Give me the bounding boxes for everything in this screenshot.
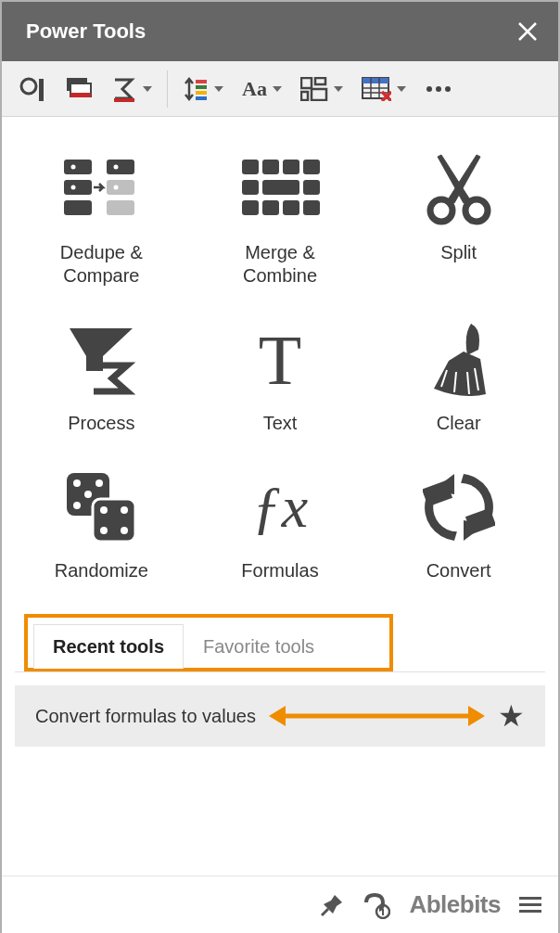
info-icon[interactable] bbox=[363, 891, 390, 919]
svg-rect-15 bbox=[363, 78, 388, 83]
tool-merge-combine[interactable]: Merge &Combine bbox=[194, 154, 367, 288]
svg-rect-28 bbox=[107, 160, 134, 174]
svg-rect-25 bbox=[64, 180, 92, 195]
tool-grid-area: Dedupe &Compare Merge &Combine bbox=[2, 117, 558, 765]
dedupe-icon bbox=[62, 154, 140, 224]
svg-point-54 bbox=[121, 506, 128, 514]
panel-title: Power Tools bbox=[26, 19, 146, 44]
svg-rect-5 bbox=[114, 98, 134, 102]
dice-icon bbox=[63, 472, 139, 543]
annotation-arrow bbox=[271, 712, 483, 720]
svg-rect-30 bbox=[107, 180, 134, 195]
more-button[interactable] bbox=[421, 81, 456, 97]
text-case-icon: Aa bbox=[242, 77, 267, 101]
fx-icon: ƒx bbox=[252, 472, 308, 543]
process-icon bbox=[66, 325, 136, 395]
tool-split[interactable]: Split bbox=[372, 154, 545, 288]
svg-point-26 bbox=[71, 185, 76, 190]
favorite-star-icon[interactable]: ★ bbox=[498, 698, 525, 734]
svg-rect-42 bbox=[283, 200, 299, 215]
layout-button[interactable] bbox=[297, 73, 347, 105]
svg-rect-37 bbox=[242, 180, 259, 195]
tool-label: Dedupe &Compare bbox=[60, 241, 143, 288]
svg-rect-34 bbox=[262, 160, 279, 174]
svg-rect-59 bbox=[382, 909, 384, 915]
svg-point-48 bbox=[95, 479, 103, 487]
tab-favorite-tools[interactable]: Favorite tools bbox=[184, 624, 334, 669]
autosum-button[interactable] bbox=[108, 72, 156, 106]
svg-point-31 bbox=[114, 185, 119, 190]
svg-point-24 bbox=[71, 165, 76, 170]
dropdown-caret-icon bbox=[214, 86, 223, 92]
toolbar: Aa bbox=[2, 61, 558, 117]
svg-rect-10 bbox=[301, 78, 312, 88]
svg-rect-36 bbox=[303, 160, 320, 174]
menu-icon[interactable] bbox=[519, 893, 541, 916]
sort-button[interactable] bbox=[179, 72, 227, 106]
fill-button[interactable] bbox=[61, 72, 96, 106]
annotation-highlight: Recent tools Favorite tools bbox=[24, 614, 393, 671]
scissors-icon bbox=[425, 154, 493, 224]
tool-clear[interactable]: Clear bbox=[372, 325, 545, 435]
svg-point-47 bbox=[73, 479, 81, 487]
footer: Ablebits bbox=[2, 875, 558, 933]
text-case-button[interactable]: Aa bbox=[238, 73, 286, 105]
svg-point-55 bbox=[100, 527, 108, 534]
svg-rect-13 bbox=[312, 89, 326, 100]
tool-dedupe-compare[interactable]: Dedupe &Compare bbox=[15, 154, 188, 288]
svg-point-20 bbox=[426, 86, 432, 92]
svg-point-22 bbox=[445, 86, 451, 92]
dropdown-caret-icon bbox=[273, 86, 282, 92]
svg-rect-12 bbox=[301, 92, 308, 100]
svg-rect-1 bbox=[39, 79, 44, 101]
svg-rect-60 bbox=[382, 906, 384, 908]
svg-point-49 bbox=[84, 491, 92, 498]
svg-rect-8 bbox=[196, 91, 207, 95]
svg-point-53 bbox=[100, 506, 108, 514]
svg-rect-23 bbox=[64, 160, 92, 174]
delete-table-button[interactable] bbox=[358, 73, 410, 105]
smart-search-button[interactable] bbox=[15, 71, 50, 107]
svg-rect-7 bbox=[196, 85, 207, 89]
recent-tool-item[interactable]: Convert formulas to values ★ bbox=[15, 685, 545, 747]
tool-text[interactable]: T Text bbox=[194, 325, 367, 435]
tool-label: Formulas bbox=[241, 559, 318, 582]
convert-icon bbox=[423, 472, 495, 543]
pin-icon[interactable] bbox=[320, 893, 344, 917]
svg-rect-33 bbox=[242, 160, 259, 174]
dropdown-caret-icon bbox=[397, 86, 406, 92]
tool-label: Merge &Combine bbox=[243, 241, 317, 288]
merge-icon bbox=[240, 154, 320, 224]
svg-point-50 bbox=[73, 502, 81, 509]
svg-rect-40 bbox=[242, 200, 259, 215]
dropdown-caret-icon bbox=[334, 86, 343, 92]
svg-rect-38 bbox=[262, 180, 299, 195]
svg-point-44 bbox=[430, 199, 452, 222]
dropdown-caret-icon bbox=[143, 86, 152, 92]
tool-process[interactable]: Process bbox=[15, 325, 188, 435]
tool-label: Text bbox=[263, 412, 298, 435]
svg-rect-4 bbox=[70, 93, 91, 97]
tool-label: Process bbox=[68, 412, 134, 435]
tab-recent-tools[interactable]: Recent tools bbox=[33, 624, 184, 669]
recent-tool-label: Convert formulas to values bbox=[35, 706, 256, 727]
close-icon[interactable] bbox=[517, 21, 538, 42]
text-icon: T bbox=[259, 325, 301, 395]
svg-rect-9 bbox=[196, 96, 207, 100]
svg-rect-6 bbox=[196, 80, 207, 83]
tool-randomize[interactable]: Randomize bbox=[15, 472, 188, 582]
svg-point-29 bbox=[114, 165, 119, 170]
svg-rect-35 bbox=[283, 160, 299, 174]
titlebar: Power Tools bbox=[2, 2, 558, 61]
svg-rect-39 bbox=[303, 180, 320, 195]
svg-point-56 bbox=[121, 527, 128, 534]
tool-label: Split bbox=[440, 241, 477, 264]
broom-icon bbox=[426, 325, 491, 395]
tool-formulas[interactable]: ƒx Formulas bbox=[194, 472, 367, 582]
svg-point-21 bbox=[436, 86, 441, 92]
svg-rect-52 bbox=[93, 499, 135, 542]
tool-convert[interactable]: Convert bbox=[372, 472, 545, 582]
tool-label: Convert bbox=[426, 559, 491, 582]
brand-logo[interactable]: Ablebits bbox=[409, 890, 501, 919]
tool-label: Clear bbox=[437, 412, 481, 435]
